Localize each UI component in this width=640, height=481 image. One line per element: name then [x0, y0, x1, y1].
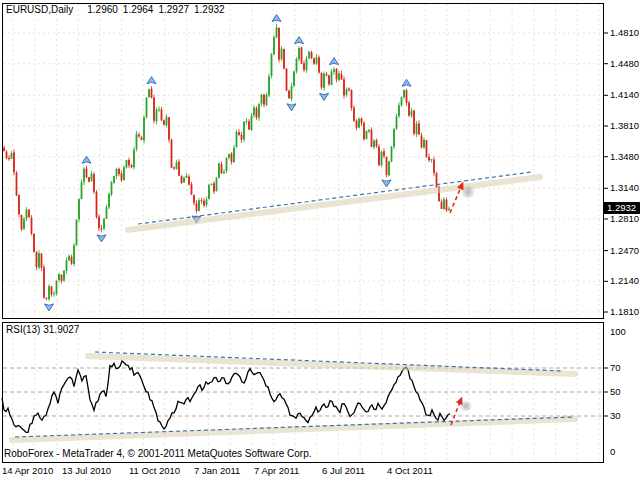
rsi-line: [2, 361, 450, 433]
price-axis-label: 1.3480: [610, 152, 639, 162]
date-axis-label: 7 Jan 2011: [194, 466, 240, 476]
mt4-chart-window: EURUSD,Daily1.29601.29641.29271.2932 RSI…: [0, 0, 640, 481]
fractal-arrows: [45, 14, 412, 310]
rsi-axis-label: 0: [610, 447, 615, 457]
date-axis-label: 4 Oct 2011: [387, 466, 433, 476]
grid-lines: [3, 4, 603, 462]
date-axis-label: 11 Oct 2010: [129, 466, 180, 476]
current-price-tag: 1.2932: [604, 202, 640, 214]
red-arrow-annotations: [450, 181, 475, 425]
date-axis-label: 7 Apr 2011: [254, 466, 299, 476]
copyright-text: RoboForex - MetaTrader 4, © 2001-2011 Me…: [4, 448, 312, 459]
price-panel-border: [3, 4, 604, 319]
rsi-axis-label: 50: [610, 387, 621, 397]
fractal-down-icon: [320, 93, 329, 100]
main-support-band: [128, 177, 540, 230]
price-axis-label: 1.3810: [610, 121, 639, 131]
fractal-down-icon: [45, 304, 54, 311]
date-axis-label: 13 Jul 2010: [62, 466, 111, 476]
date-axis-label: 14 Apr 2010: [2, 466, 53, 476]
panel-borders: [3, 4, 609, 463]
fractal-up-icon: [147, 77, 156, 84]
fractal-up-icon: [295, 37, 304, 44]
chart-canvas[interactable]: [0, 0, 640, 481]
chart-title: EURUSD,Daily1.29601.29641.29271.2932: [6, 4, 225, 15]
quote-low: 1.2927: [158, 4, 189, 15]
price-axis-label: 1.3140: [610, 183, 639, 193]
price-axis-label: 1.4140: [610, 90, 639, 100]
fractal-up-icon: [330, 58, 339, 65]
price-axis-label: 1.2470: [610, 246, 639, 256]
date-axis-label: 6 Jul 2011: [322, 466, 365, 476]
price-axis-label: 1.4480: [610, 59, 639, 69]
rsi-axis-label: 70: [610, 363, 621, 373]
candlesticks: [3, 24, 450, 301]
price-axis-label: 1.2810: [610, 214, 639, 224]
fractal-down-icon: [382, 180, 391, 187]
fractal-up-icon: [82, 156, 91, 163]
quote-open: 1.2960: [87, 4, 118, 15]
rsi-axis-label: 30: [610, 411, 621, 421]
quote-close: 1.2932: [194, 4, 225, 15]
price-axis-label: 1.4810: [610, 28, 639, 38]
quote-high: 1.2964: [123, 4, 154, 15]
symbol-period-label: EURUSD,Daily: [6, 4, 73, 15]
price-axis-label: 1.2140: [610, 276, 639, 286]
rsi-axis-label: 100: [610, 327, 626, 337]
main-support-trendline: [138, 172, 532, 224]
rsi-upper-band: [88, 356, 575, 374]
rsi-panel-border: [3, 323, 604, 463]
price-axis-label: 1.1810: [610, 307, 639, 317]
rsi-indicator-label: RSI(13) 31.9027: [6, 324, 79, 335]
fractal-down-icon: [97, 235, 106, 242]
rsi-breakout-arrow: [456, 396, 463, 405]
